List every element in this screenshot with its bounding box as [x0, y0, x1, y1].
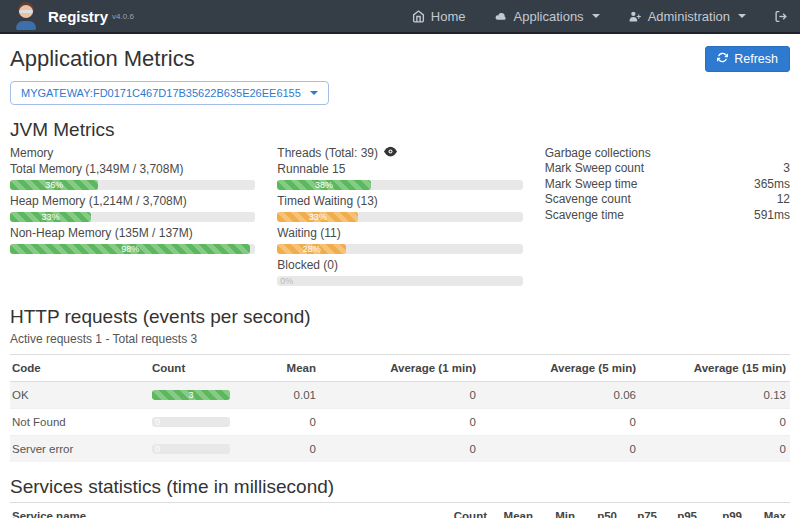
gc-row-label: Mark Sweep count	[545, 161, 644, 177]
nav-home[interactable]: Home	[412, 9, 466, 24]
gc-column: Garbage collections Mark Sweep count 3 M…	[545, 145, 790, 290]
col-header-count: Count	[433, 503, 491, 518]
col-header-avg1: Average (1 min)	[320, 355, 480, 382]
sign-out-icon	[774, 10, 788, 23]
home-icon	[412, 10, 425, 23]
progress-fill: 0	[152, 444, 155, 454]
brand-version: v4.0.6	[112, 12, 134, 21]
chevron-down-icon	[310, 91, 318, 95]
progress-fill: 0	[152, 417, 155, 427]
http-mean-cell: 0	[270, 409, 320, 436]
gc-row-value: 3	[783, 161, 790, 177]
brand-link[interactable]: Registry v4.0.6	[12, 2, 134, 30]
instance-selector-dropdown[interactable]: MYGATEWAY:FD0171C467D17B35622B635E26EE61…	[10, 81, 329, 105]
refresh-icon	[717, 52, 728, 66]
table-row: Server error 0 0 0 0 0	[10, 436, 790, 463]
threads-column: Threads (Total: 39) Runnable 15 38% Time…	[277, 145, 522, 290]
chevron-down-icon	[738, 14, 746, 18]
count-value-label: 3	[188, 390, 193, 400]
user-plus-icon	[628, 10, 642, 23]
http-avg5-cell: 0.06	[480, 382, 640, 409]
blocked-progress: 0%	[277, 276, 522, 286]
nonheap-memory-progress: 98%	[10, 244, 255, 254]
table-row: OK 3 0.01 0 0.06 0.13	[10, 382, 790, 409]
http-count-cell: 0	[150, 436, 270, 463]
col-header-p75: p75	[621, 503, 661, 518]
eye-icon[interactable]	[384, 145, 397, 161]
http-code-cell: OK	[10, 382, 150, 409]
progress-percent-label: 33%	[309, 212, 327, 222]
services-statistics-heading: Services statistics (time in millisecond…	[10, 476, 790, 498]
nav-applications-label: Applications	[514, 9, 584, 24]
refresh-button[interactable]: Refresh	[705, 46, 790, 72]
col-header-p50: p50	[579, 503, 621, 518]
http-count-cell: 3	[150, 382, 270, 409]
count-progress: 0	[152, 444, 230, 454]
nav-applications[interactable]: Applications	[494, 9, 600, 24]
count-progress: 0	[152, 417, 230, 427]
col-header-avg15: Average (15 min)	[640, 355, 790, 382]
http-count-cell: 0	[150, 409, 270, 436]
gc-row: Scavenge count 12	[545, 192, 790, 208]
blocked-label: Blocked (0)	[277, 258, 522, 273]
http-avg15-cell: 0	[640, 409, 790, 436]
progress-fill: 98%	[10, 244, 250, 254]
gc-row-value: 591ms	[754, 208, 790, 224]
nav-administration[interactable]: Administration	[628, 9, 746, 24]
nav-menu: Home Applications Administration	[412, 9, 788, 24]
gc-row-label: Scavenge time	[545, 208, 624, 224]
heap-memory-label: Heap Memory (1,214M / 3,708M)	[10, 194, 255, 209]
http-requests-table: Code Count Mean Average (1 min) Average …	[10, 354, 790, 462]
waiting-progress: 28%	[277, 244, 522, 254]
col-header-code: Code	[10, 355, 150, 382]
navbar: Registry v4.0.6 Home Applications Admini…	[0, 0, 800, 34]
gc-row: Scavenge time 591ms	[545, 208, 790, 224]
nav-administration-label: Administration	[648, 9, 730, 24]
progress-percent-label: 28%	[303, 244, 321, 254]
main-content: Application Metrics Refresh MYGATEWAY:FD…	[0, 34, 800, 518]
col-header-avg5: Average (5 min)	[480, 355, 640, 382]
http-avg15-cell: 0.13	[640, 382, 790, 409]
table-row: Not Found 0 0 0 0 0	[10, 409, 790, 436]
col-header-max: Max	[746, 503, 790, 518]
sign-out-button[interactable]	[774, 10, 788, 23]
refresh-label: Refresh	[734, 52, 778, 66]
heap-memory-progress: 33%	[10, 212, 255, 222]
services-table-header-row: Service name Count Mean Min p50 p75 p95 …	[10, 503, 790, 518]
gc-row-label: Scavenge count	[545, 192, 631, 208]
col-header-min: Min	[537, 503, 579, 518]
http-code-cell: Server error	[10, 436, 150, 463]
col-header-mean: Mean	[491, 503, 537, 518]
progress-fill: 3	[152, 390, 230, 400]
progress-fill: 36%	[10, 180, 98, 190]
col-header-mean: Mean	[270, 355, 320, 382]
memory-title: Memory	[10, 145, 255, 161]
total-memory-progress: 36%	[10, 180, 255, 190]
progress-percent-label: 33%	[41, 212, 59, 222]
jvm-metrics-heading: JVM Metrics	[10, 119, 790, 141]
col-header-p99: p99	[701, 503, 746, 518]
instance-selector-label: MYGATEWAY:FD0171C467D17B35622B635E26EE61…	[21, 87, 301, 99]
brand-name: Registry	[48, 8, 108, 25]
total-memory-label: Total Memory (1,349M / 3,708M)	[10, 162, 255, 177]
progress-fill: 33%	[10, 212, 91, 222]
http-avg1-cell: 0	[320, 436, 480, 463]
page-title: Application Metrics	[10, 46, 705, 72]
http-avg1-cell: 0	[320, 382, 480, 409]
http-table-header-row: Code Count Mean Average (1 min) Average …	[10, 355, 790, 382]
col-header-count: Count	[150, 355, 270, 382]
gc-row-value: 12	[777, 192, 790, 208]
col-header-service-name: Service name	[10, 503, 433, 518]
gc-row: Mark Sweep count 3	[545, 161, 790, 177]
progress-percent-label: 36%	[45, 180, 63, 190]
services-statistics-table: Service name Count Mean Min p50 p75 p95 …	[10, 502, 790, 518]
http-avg1-cell: 0	[320, 409, 480, 436]
threads-title: Threads (Total: 39)	[277, 145, 378, 161]
count-progress: 3	[152, 390, 230, 400]
http-code-cell: Not Found	[10, 409, 150, 436]
http-requests-heading: HTTP requests (events per second)	[10, 306, 790, 328]
progress-fill: 33%	[277, 212, 358, 222]
timed-waiting-label: Timed Waiting (13)	[277, 194, 522, 209]
cloud-icon	[494, 10, 508, 23]
timed-waiting-progress: 33%	[277, 212, 522, 222]
